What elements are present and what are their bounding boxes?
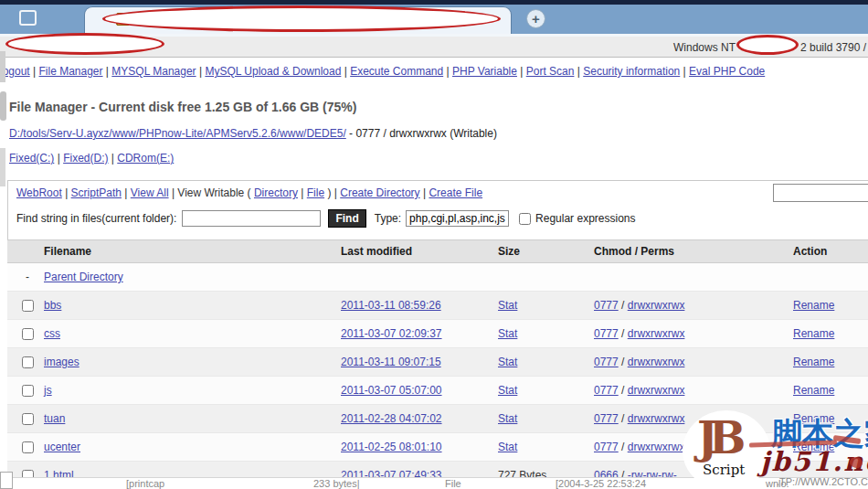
redaction-ellipse-hostname [736, 35, 799, 55]
regex-label: Regular expressions [535, 212, 635, 225]
nav-separator: | [517, 65, 526, 78]
row-checkbox[interactable] [22, 385, 34, 397]
perms-link[interactable]: drwxrwxrwx [628, 356, 685, 368]
underlay-text-fragment: [printcap [126, 478, 164, 489]
left-edge-artifact [0, 51, 5, 82]
nav-item-file-manager[interactable]: File Manager [39, 65, 103, 78]
nav-separator: | [30, 65, 39, 78]
drive-separator: | [54, 152, 63, 165]
row-checkbox[interactable] [22, 328, 34, 340]
nav-item-mysql-manager[interactable]: MYSQL Manager [111, 65, 196, 78]
nav-item-port-scan[interactable]: Port Scan [526, 65, 575, 78]
last-modified-link[interactable]: 2011-03-11 09:07:15 [341, 348, 441, 377]
chmod-perms-cell: 0777 / drwxrwxrwx [594, 405, 684, 433]
chmod-link[interactable]: 0777 [594, 327, 619, 340]
upload-file-input[interactable] [773, 184, 868, 202]
perms-link[interactable]: drwxrwxrwx [628, 327, 685, 340]
action-link-create-file[interactable]: Create File [429, 186, 482, 199]
rename-link[interactable]: Rename [793, 292, 834, 320]
watermark-url-fragment: .TP://WWW.2CTO.COM [777, 476, 868, 487]
action-separator-text: | [298, 186, 307, 199]
drive-link-fixed-c-[interactable]: Fixed(C:) [9, 152, 54, 165]
perms-link[interactable]: drwxrwxrwx [628, 441, 685, 453]
chmod-separator: / [619, 441, 628, 453]
file-name-link[interactable]: css [44, 320, 60, 348]
stat-link[interactable]: Stat [498, 405, 517, 433]
chmod-separator: / [619, 384, 628, 397]
regex-checkbox[interactable] [519, 213, 531, 225]
current-path-link[interactable]: D:/tools/Serv-U.ayxz/www/PHPnow-Lite/APM… [9, 127, 346, 140]
row-checkbox[interactable] [22, 413, 34, 425]
file-name-link[interactable]: ucenter [44, 433, 80, 462]
nav-links: Logout | File Manager | MYSQL Manager | … [0, 65, 765, 78]
type-label: Type: [375, 212, 401, 225]
nav-item-php-variable[interactable]: PHP Variable [452, 65, 517, 78]
perms-link[interactable]: drwxrwxrwx [628, 384, 685, 397]
nav-item-security-information[interactable]: Security information [583, 65, 680, 78]
find-row: Find string in files(current folder): Fi… [16, 208, 635, 229]
find-label: Find string in files(current folder): [16, 212, 176, 225]
parent-dash: - [26, 263, 29, 292]
stat-link[interactable]: Stat [498, 292, 517, 320]
rename-link[interactable]: Rename [793, 377, 834, 405]
parent-directory-link[interactable]: Parent Directory [44, 263, 123, 292]
last-modified-link[interactable]: 2011-02-25 08:01:10 [341, 433, 442, 462]
row-checkbox[interactable] [22, 356, 34, 368]
bottom-left-artifact [0, 472, 13, 489]
action-link-scriptpath[interactable]: ScriptPath [71, 186, 122, 199]
chmod-link[interactable]: 0777 [594, 441, 619, 453]
underlay-text-fragment: [2004-3-25 22:53:24 [556, 478, 646, 489]
find-button[interactable]: Find [328, 209, 365, 228]
nav-item-execute-command[interactable]: Execute Command [350, 65, 443, 78]
nav-item-eval-php-code[interactable]: Eval PHP Code [689, 65, 765, 78]
table-row: js2011-03-07 05:07:00Stat0777 / drwxrwxr… [7, 377, 868, 405]
nav-separator: | [443, 65, 452, 78]
chmod-perms-cell: 0777 / drwxrwxrwx [594, 292, 684, 320]
action-link-create-directory[interactable]: Create Directory [340, 186, 419, 199]
stat-link[interactable]: Stat [498, 320, 517, 348]
action-link-webroot[interactable]: WebRoot [16, 186, 62, 199]
rename-link[interactable]: Rename [793, 320, 834, 348]
chmod-link[interactable]: 0777 [594, 384, 619, 397]
stat-link[interactable]: Stat [498, 348, 517, 377]
chmod-link[interactable]: 0777 [594, 412, 619, 425]
file-name-link[interactable]: images [44, 348, 79, 377]
file-name-link[interactable]: js [44, 377, 52, 405]
jb51-logo-letters: JB [697, 412, 736, 463]
column-header-filename: Filename [44, 240, 91, 262]
chmod-link[interactable]: 0777 [594, 356, 619, 368]
file-name-link[interactable]: tuan [44, 405, 65, 433]
window-icon [19, 10, 37, 26]
row-checkbox[interactable] [22, 300, 34, 312]
last-modified-link[interactable]: 2011-03-07 05:07:00 [341, 377, 442, 405]
action-link-view-all[interactable]: View All [131, 186, 169, 199]
drive-link-cdrom-e-[interactable]: CDRom(E:) [117, 152, 174, 165]
chmod-link[interactable]: 0777 [594, 299, 619, 312]
chmod-perms-cell: 0777 / drwxrwxrwx [594, 433, 684, 462]
table-row: css2011-03-07 02:09:37Stat0777 / drwxrwx… [7, 320, 868, 348]
drives-row: Fixed(C:) | Fixed(D:) | CDRom(E:) [9, 152, 174, 165]
perms-link[interactable]: drwxrwxrwx [628, 412, 685, 425]
current-path-row: D:/tools/Serv-U.ayxz/www/PHPnow-Lite/APM… [9, 127, 497, 140]
nav-separator: | [103, 65, 112, 78]
table-row-parent: - Parent Directory [7, 263, 868, 292]
last-modified-link[interactable]: 2011-03-07 02:09:37 [341, 320, 442, 348]
stat-link[interactable]: Stat [498, 377, 517, 405]
stat-link[interactable]: Stat [498, 433, 517, 462]
last-modified-link[interactable]: 2011-02-28 04:07:02 [341, 405, 442, 433]
perms-link[interactable]: drwxrwxrwx [628, 299, 685, 312]
drive-link-fixed-d-[interactable]: Fixed(D:) [63, 152, 108, 165]
last-modified-link[interactable]: 2011-03-11 08:59:26 [341, 292, 441, 320]
new-tab-button[interactable]: + [526, 9, 545, 28]
find-string-input[interactable] [182, 210, 321, 227]
rename-link[interactable]: Rename [793, 348, 834, 377]
file-type-input[interactable] [406, 210, 509, 227]
nav-menu-row: Logout | File Manager | MYSQL Manager | … [0, 58, 868, 82]
nav-item-mysql-upload-download[interactable]: MySQL Upload & Download [205, 65, 341, 78]
chmod-perms-cell: 0777 / drwxrwxrwx [594, 320, 684, 348]
row-checkbox[interactable] [22, 441, 34, 453]
file-name-link[interactable]: bbs [44, 292, 61, 320]
action-link-directory[interactable]: Directory [254, 186, 298, 199]
folder-actions-row: WebRoot | ScriptPath | View All | View W… [16, 186, 482, 199]
action-link-file[interactable]: File [307, 186, 324, 199]
